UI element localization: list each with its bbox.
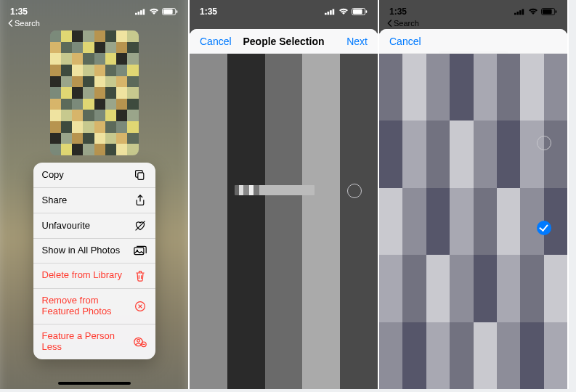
status-icons [514, 8, 557, 15]
menu-item-remove-from-featured-photos[interactable]: Remove from Featured Photos [33, 289, 155, 324]
heart-slash-icon [134, 220, 147, 232]
cancel-button[interactable]: Cancel [389, 36, 426, 47]
back-label: Search [394, 19, 419, 28]
cancel-button[interactable]: Cancel [200, 36, 236, 47]
share-icon [134, 195, 147, 206]
svg-rect-6 [177, 10, 178, 13]
screen-feature-options: 1:35 Search Cancel Feature This Person L [379, 0, 569, 389]
status-icons [135, 8, 178, 15]
status-bar: 1:35 [379, 0, 567, 20]
trash-icon [134, 270, 147, 282]
svg-rect-29 [556, 10, 557, 13]
person-circle-minus-icon [134, 336, 147, 348]
menu-item-label: Remove from Featured Photos [42, 295, 129, 317]
sheet-body: Feature This Person LessIndividual photo… [379, 54, 567, 389]
menu-item-delete-from-library[interactable]: Delete from Library [33, 264, 155, 289]
back-to-search[interactable]: Search [7, 19, 40, 28]
status-time: 1:35 [200, 7, 217, 17]
svg-rect-2 [140, 10, 142, 15]
copy-icon [134, 169, 147, 181]
people-list: Unnamed [197, 77, 370, 207]
signal-icon [514, 8, 525, 15]
svg-rect-0 [135, 13, 137, 15]
svg-rect-23 [514, 13, 516, 15]
battery-icon [162, 8, 178, 15]
pixelated-name [235, 185, 315, 195]
sheet-body: FEATURE LESS OF: Unnamed Select a person… [190, 54, 378, 389]
next-button[interactable]: Next [331, 36, 368, 47]
screen-context-menu: 1:35 Search CopyShareUnfavouriteShow in … [0, 0, 190, 389]
svg-rect-16 [325, 13, 327, 15]
svg-rect-5 [163, 9, 173, 14]
home-indicator[interactable] [58, 382, 131, 385]
battery-icon [541, 8, 557, 15]
wifi-icon [528, 8, 538, 15]
person-avatar [439, 51, 508, 87]
photo-stack-icon [134, 245, 147, 256]
menu-item-feature-a-person-less[interactable]: Feature a Person Less [33, 324, 155, 359]
sheet-nav: Cancel People Selection Next [190, 29, 378, 54]
battery-icon [352, 8, 368, 15]
status-time: 1:35 [10, 7, 28, 17]
person-avatar [206, 180, 227, 202]
pixelated-photo [50, 30, 139, 155]
x-circle-icon [134, 301, 147, 312]
svg-rect-25 [519, 10, 522, 15]
menu-item-copy[interactable]: Copy [33, 163, 155, 188]
svg-rect-24 [517, 12, 519, 15]
menu-item-share[interactable]: Share [33, 188, 155, 213]
status-time: 1:35 [389, 7, 407, 17]
svg-rect-9 [134, 248, 143, 255]
selection-radio[interactable] [347, 184, 362, 198]
svg-rect-28 [543, 9, 552, 14]
person-row[interactable] [197, 175, 370, 207]
svg-rect-26 [522, 9, 524, 15]
menu-item-show-in-all-photos[interactable]: Show in All Photos [33, 239, 155, 264]
menu-item-label: Unfavourite [42, 221, 90, 232]
status-bar: 1:35 [0, 0, 188, 20]
status-bar: 1:35 [190, 0, 378, 20]
person-avatar-wrap [379, 51, 567, 87]
signal-icon [135, 8, 146, 15]
wifi-icon [149, 8, 159, 15]
person-name [235, 185, 340, 197]
svg-rect-1 [138, 12, 140, 15]
svg-rect-19 [333, 9, 335, 15]
screen-people-selection: 1:35 Cancel People Selection Next FEATUR… [190, 0, 379, 389]
svg-rect-21 [353, 9, 362, 14]
menu-item-label: Copy [42, 170, 64, 181]
svg-rect-18 [330, 10, 332, 15]
nav-title: People Selection [243, 36, 324, 47]
wifi-icon [338, 8, 349, 15]
menu-item-unfavourite[interactable]: Unfavourite [33, 213, 155, 239]
sheet-nav: Cancel [379, 29, 567, 54]
status-icons [325, 8, 368, 15]
svg-rect-17 [328, 12, 330, 15]
svg-rect-7 [137, 173, 143, 180]
svg-point-13 [137, 339, 139, 342]
back-to-search[interactable]: Search [386, 19, 419, 28]
menu-item-label: Delete from Library [42, 270, 123, 281]
selected-photo-thumbnail[interactable] [50, 30, 139, 155]
menu-item-label: Show in All Photos [42, 245, 121, 256]
back-label: Search [15, 19, 40, 28]
signal-icon [325, 8, 336, 15]
pixelated-avatar [439, 54, 508, 87]
menu-item-label: Share [42, 195, 68, 206]
context-menu: CopyShareUnfavouriteShow in All PhotosDe… [33, 163, 155, 359]
svg-rect-22 [366, 10, 368, 13]
menu-item-label: Feature a Person Less [42, 331, 129, 353]
svg-rect-3 [143, 9, 145, 15]
